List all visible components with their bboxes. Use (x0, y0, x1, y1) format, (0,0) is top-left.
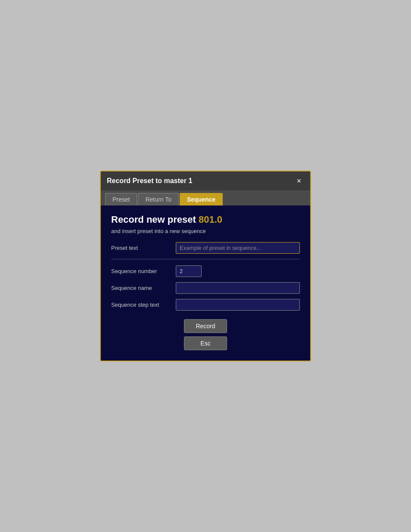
record-button[interactable]: Record (184, 319, 227, 333)
preset-text-input[interactable] (176, 242, 300, 254)
sequence-name-row: Sequence name (111, 282, 300, 294)
buttons-row: Record Esc (111, 319, 300, 350)
dialog-title: Record Preset to master 1 (107, 177, 192, 185)
dialog-heading: Record new preset 801.0 (111, 214, 300, 225)
sequence-number-row: Sequence number (111, 265, 300, 277)
preset-number: 801.0 (199, 214, 222, 225)
close-button[interactable]: × (294, 176, 304, 186)
sequence-number-input[interactable] (176, 265, 202, 277)
dialog-subheading: and insert preset into a new sequence (111, 228, 300, 234)
dialog-body: Record new preset 801.0 and insert prese… (101, 205, 310, 361)
record-preset-dialog: Record Preset to master 1 × Preset Retur… (100, 171, 311, 361)
dialog-titlebar: Record Preset to master 1 × (101, 171, 310, 190)
sequence-step-text-label: Sequence step text (111, 302, 176, 308)
tabs-bar: Preset Return To Sequence (101, 190, 310, 205)
tab-preset[interactable]: Preset (105, 193, 137, 205)
sequence-step-text-input[interactable] (176, 299, 300, 311)
preset-text-row: Preset text (111, 242, 300, 254)
esc-button[interactable]: Esc (184, 336, 227, 350)
tab-return-to[interactable]: Return To (138, 193, 178, 205)
sequence-name-input[interactable] (176, 282, 300, 294)
preset-text-label: Preset text (111, 245, 176, 251)
sequence-number-label: Sequence number (111, 268, 176, 274)
heading-text: Record new preset (111, 214, 199, 225)
divider (111, 259, 300, 259)
sequence-step-text-row: Sequence step text (111, 299, 300, 311)
sequence-name-label: Sequence name (111, 285, 176, 291)
dialog-container: Record Preset to master 1 × Preset Retur… (100, 171, 311, 361)
tab-sequence[interactable]: Sequence (180, 193, 223, 205)
